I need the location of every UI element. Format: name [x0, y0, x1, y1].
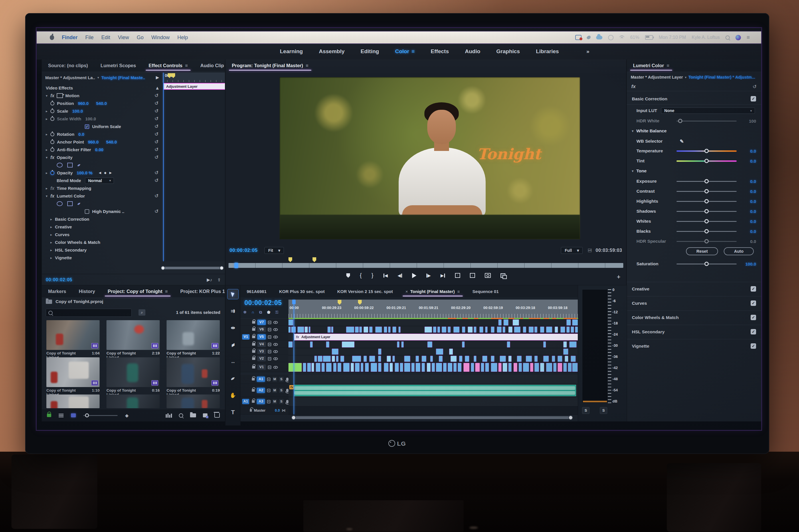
video-clip[interactable] — [500, 356, 506, 362]
video-clip[interactable] — [509, 363, 511, 372]
expand-chevron[interactable]: ▸ — [50, 256, 55, 260]
snap-icon[interactable]: ∩ — [252, 310, 254, 315]
param-value[interactable]: 100.0 — [72, 109, 83, 113]
lumetri-row[interactable]: ▾Tone — [627, 166, 761, 176]
toggle-track-output-eye-icon[interactable] — [273, 343, 278, 346]
mask-pen-icon[interactable]: ✒ — [76, 162, 82, 168]
video-clip[interactable] — [573, 363, 578, 372]
lumetri-row[interactable]: WB Selector✎ — [627, 136, 761, 146]
video-clip[interactable] — [336, 356, 338, 362]
video-clip[interactable] — [369, 327, 372, 332]
effect-row[interactable]: ✒ — [42, 161, 161, 169]
video-clip[interactable] — [479, 327, 483, 332]
panel-tab[interactable]: Effect Controls≡ — [142, 59, 194, 72]
reset-icon[interactable]: ↺ — [155, 93, 159, 99]
video-clip[interactable] — [399, 327, 400, 332]
lumetri-section-curves[interactable]: Curves✓ — [627, 296, 761, 310]
effect-row[interactable]: ▸Creative — [42, 223, 161, 231]
expand-chevron[interactable]: ▸ — [46, 109, 50, 113]
video-clip[interactable] — [509, 356, 511, 362]
freeform-view-icon[interactable] — [166, 413, 172, 418]
expand-chevron[interactable]: ▾ — [46, 94, 50, 98]
panel-menu-icon[interactable]: ≡ — [165, 289, 168, 294]
video-clip[interactable] — [388, 327, 391, 332]
lumetri-row[interactable]: HDR Specular0.0 — [627, 236, 761, 246]
expand-chevron[interactable]: ▸ — [46, 117, 50, 121]
panel-menu-icon[interactable]: ≡ — [412, 48, 415, 54]
slider-track[interactable] — [676, 221, 737, 222]
video-clip[interactable] — [491, 327, 494, 332]
folder-up-icon[interactable] — [46, 300, 52, 304]
lock-icon[interactable] — [252, 366, 255, 368]
video-clip[interactable] — [563, 363, 566, 372]
expand-chevron[interactable]: ▸ — [50, 225, 55, 229]
slider-value[interactable]: 0.0 — [741, 199, 756, 204]
effect-name[interactable]: Time Remapping — [57, 186, 91, 191]
track-header-v5[interactable]: V1V5 — [240, 333, 289, 341]
video-clip[interactable] — [416, 363, 420, 372]
track-target-button[interactable]: V6 — [257, 327, 266, 332]
slider-handle[interactable] — [705, 229, 709, 233]
workspace-tab-libraries[interactable]: Libraries — [536, 48, 559, 55]
project-writable-icon[interactable] — [47, 414, 51, 417]
menubar-user[interactable]: Kyle A. Loftus — [692, 35, 720, 40]
lumetri-row[interactable]: Saturation100.0 — [627, 259, 761, 269]
apple-menu-icon[interactable] — [50, 35, 54, 40]
track-target-button[interactable]: V7 — [257, 320, 266, 325]
section-label[interactable]: Vignette — [632, 344, 649, 349]
project-item-thumbnail[interactable] — [107, 357, 160, 387]
settings-wrench-icon[interactable]: ⚿ — [587, 249, 593, 252]
lock-icon[interactable] — [252, 350, 255, 353]
video-clip[interactable] — [568, 363, 571, 372]
video-clip[interactable] — [428, 342, 432, 347]
sequence-marker-icon[interactable] — [289, 257, 292, 262]
toggle-track-output-eye-icon[interactable] — [273, 336, 278, 339]
effect-group-name[interactable]: Vignette — [55, 255, 72, 260]
add-keyframe-icon[interactable]: ◆ — [104, 171, 107, 175]
stopwatch-keyframe-icon[interactable] — [50, 148, 54, 152]
video-clip[interactable] — [449, 349, 453, 355]
new-bin-icon[interactable] — [190, 413, 196, 417]
menu-item-edit[interactable]: Edit — [101, 35, 110, 41]
expand-chevron[interactable]: ▸ — [50, 241, 55, 244]
reset-icon[interactable]: ↺ — [155, 116, 159, 122]
video-clip[interactable] — [561, 327, 565, 332]
panel-tab[interactable]: Project: Copy of Tonight≡ — [101, 285, 174, 297]
reset-icon[interactable]: ↺ — [155, 154, 159, 160]
section-label[interactable]: HSL Secondary — [632, 329, 665, 335]
param-value[interactable]: 960.0 — [88, 139, 99, 144]
video-clip[interactable] — [361, 363, 363, 372]
video-clip[interactable] — [384, 327, 387, 332]
video-clip[interactable] — [338, 363, 341, 372]
sync-lock-icon[interactable] — [267, 378, 270, 381]
program-video-frame[interactable]: Tonight — [279, 77, 580, 239]
video-clip[interactable] — [322, 363, 325, 372]
lumetri-section-color-wheels-match[interactable]: Color Wheels & Match✓ — [627, 310, 761, 324]
video-clip[interactable] — [567, 327, 569, 332]
source-patch[interactable]: V1 — [242, 334, 250, 340]
reset-icon[interactable]: ↺ — [155, 131, 159, 137]
mask-rect-icon[interactable] — [67, 201, 73, 206]
adjustment-layer-clip-bar[interactable]: Adjustment Layer — [163, 83, 225, 90]
video-clip[interactable] — [571, 327, 574, 332]
sync-lock-icon[interactable] — [268, 328, 271, 331]
lumetri-row[interactable]: Exposure0.0 — [627, 176, 761, 186]
program-playhead[interactable] — [234, 263, 238, 268]
slip-tool[interactable]: ↔ — [228, 357, 238, 366]
effect-row[interactable]: ▾fxMotion↺ — [42, 92, 161, 99]
sync-lock-icon[interactable] — [268, 350, 271, 353]
sync-lock-icon[interactable] — [268, 366, 271, 369]
track-select-forward-tool[interactable]: ⇉ — [228, 306, 238, 316]
section-enabled-checkbox[interactable]: ✓ — [751, 286, 756, 291]
param-value[interactable]: 540.0 — [96, 101, 107, 106]
toggle-track-output-eye-icon[interactable] — [273, 366, 278, 369]
toggle-track-output-eye-icon[interactable] — [273, 321, 278, 324]
workspace-tab-editing[interactable]: Editing — [361, 48, 379, 55]
mask-pen-icon[interactable]: ✒ — [76, 201, 82, 207]
panel-tab[interactable]: Project: KOR Plus 15 secc — [174, 285, 225, 297]
track-header-v2[interactable]: V2 — [240, 355, 289, 362]
video-clip[interactable] — [289, 363, 302, 372]
lock-icon[interactable] — [252, 336, 255, 338]
lock-icon[interactable] — [252, 328, 255, 331]
clip-selector[interactable]: Tonight (Final Maste.. — [101, 75, 145, 80]
